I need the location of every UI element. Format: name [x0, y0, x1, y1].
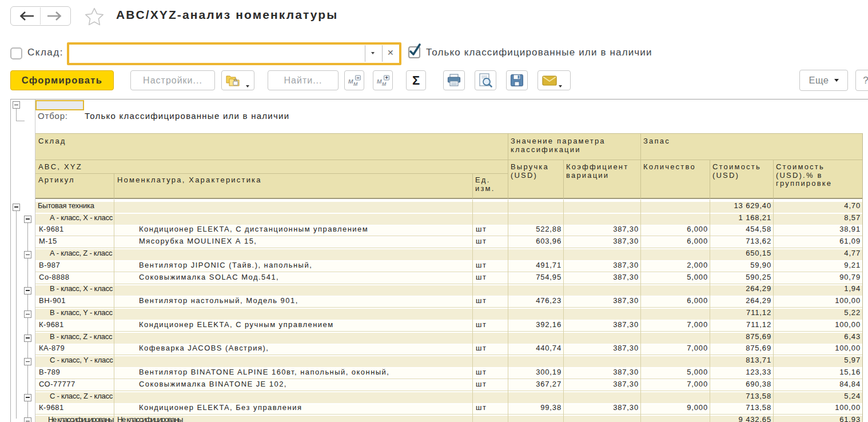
svg-text:м: м	[353, 80, 358, 87]
svg-text:м: м	[348, 77, 353, 85]
svg-text:−: −	[357, 75, 360, 81]
svg-text:м: м	[382, 80, 387, 87]
svg-text:м: м	[377, 77, 382, 85]
svg-text:+: +	[385, 75, 388, 81]
